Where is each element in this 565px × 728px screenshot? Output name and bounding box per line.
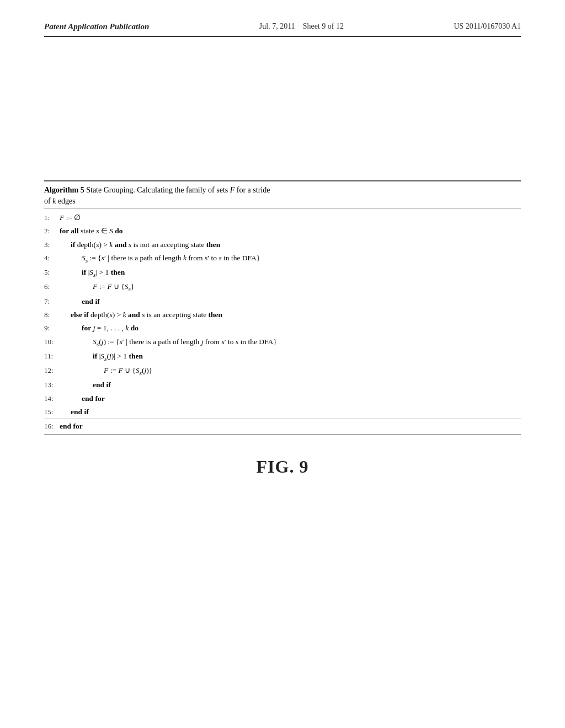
algo-line-9: 9: for j = 1, . . . , k do xyxy=(44,322,521,335)
publication-date: Jul. 7, 2011 Sheet 9 of 12 xyxy=(259,22,344,31)
algo-line-15: 15: end if xyxy=(44,405,521,419)
content-area: Algorithm 5 State Grouping. Calculating … xyxy=(44,180,521,477)
algo-line-7: 7: end if xyxy=(44,295,521,308)
publication-title: Patent Application Publication xyxy=(44,22,149,31)
algo-line-5: 5: if |Ss| > 1 then xyxy=(44,266,521,280)
patent-number: US 2011/0167030 A1 xyxy=(454,22,521,31)
page-header: Patent Application Publication Jul. 7, 2… xyxy=(44,22,521,37)
algo-line-16: 16: end for xyxy=(44,419,521,433)
algo-line-1: 1: F := ∅ xyxy=(44,211,521,224)
page: Patent Application Publication Jul. 7, 2… xyxy=(0,0,565,728)
algorithm-title: Algorithm 5 State Grouping. Calculating … xyxy=(44,181,521,209)
algo-line-11: 11: if |Ss(j)| > 1 then xyxy=(44,350,521,364)
algo-line-12: 12: F := F ∪ {Ss(j)} xyxy=(44,364,521,378)
algorithm-body: 1: F := ∅ 2: for all state s ∈ S do 3: i… xyxy=(44,209,521,434)
algo-line-6: 6: F := F ∪ {Ss} xyxy=(44,280,521,295)
algorithm-box: Algorithm 5 State Grouping. Calculating … xyxy=(44,180,521,435)
algorithm-label: Algorithm 5 xyxy=(44,186,84,194)
algorithm-subtitle: of k edges xyxy=(44,197,76,205)
algo-line-14: 14: end for xyxy=(44,392,521,405)
algo-line-2: 2: for all state s ∈ S do xyxy=(44,224,521,238)
algo-line-8: 8: else if depth(s) > k and s is an acce… xyxy=(44,308,521,322)
algo-line-3: 3: if depth(s) > k and s is not an accep… xyxy=(44,238,521,251)
algorithm-description: State Grouping. Calculating the family o… xyxy=(84,186,270,194)
algo-line-13: 13: end if xyxy=(44,378,521,392)
algo-line-10: 10: Ss(j) := {s′ | there is a path of le… xyxy=(44,335,521,350)
algo-line-4: 4: Ss := {s′ | there is a path of length… xyxy=(44,251,521,266)
figure-label: FIG. 9 xyxy=(44,457,521,477)
